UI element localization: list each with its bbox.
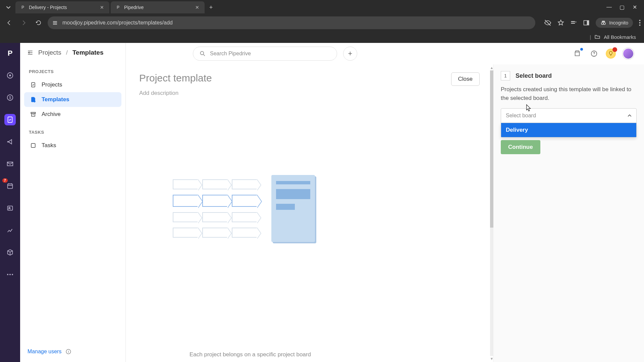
rail-contacts-icon[interactable] [4, 202, 16, 214]
browser-menu-button[interactable] [639, 20, 641, 26]
scroll-up-icon[interactable]: ▲ [490, 66, 494, 70]
tab-close-icon[interactable]: ✕ [99, 5, 105, 10]
help-icon[interactable] [589, 49, 599, 59]
sidebar-item-label: Tasks [42, 142, 56, 149]
sidebar-heading: TASKS [24, 127, 121, 138]
incognito-icon [600, 20, 606, 26]
sidebar-item-projects[interactable]: Projects [24, 77, 121, 92]
description-input[interactable]: Add description [139, 90, 480, 97]
rail-mail-icon[interactable] [4, 158, 16, 170]
sidebar-item-templates[interactable]: Templates [24, 92, 121, 107]
continue-button[interactable]: Continue [501, 140, 540, 154]
scrollbar[interactable]: ▲ ▼ [490, 64, 493, 362]
step-title: Select board [516, 72, 552, 79]
rail-insights-icon[interactable] [4, 225, 16, 236]
scroll-down-icon[interactable]: ▼ [490, 357, 494, 361]
site-settings-icon[interactable] [52, 20, 58, 25]
svg-text:$: $ [9, 96, 11, 100]
step-header: 1 Select board [501, 71, 637, 80]
tab-bar: P Delivery - Projects ✕ P Pipedrive ✕ + … [0, 0, 644, 15]
nav-back-button[interactable] [3, 17, 15, 28]
all-bookmarks-link[interactable]: All Bookmarks [604, 34, 636, 40]
side-panel-icon[interactable] [583, 19, 590, 26]
tab-close-icon[interactable]: ✕ [195, 5, 200, 10]
svg-rect-26 [32, 114, 35, 116]
browser-chrome: P Delivery - Projects ✕ P Pipedrive ✕ + … [0, 0, 644, 43]
illustration-caption: Each project belongs on a specific proje… [190, 351, 311, 358]
rail-activities-icon[interactable]: 7 [4, 180, 16, 192]
page-title[interactable]: Project template [139, 72, 212, 84]
window-minimize-button[interactable]: — [606, 4, 612, 10]
marketplace-icon[interactable] [572, 49, 582, 59]
sidebar-section-projects: PROJECTS Projects Templates Archive [20, 64, 125, 124]
scrollbar-thumb[interactable] [490, 70, 493, 228]
new-tab-button[interactable]: + [206, 2, 216, 12]
browser-tab[interactable]: P Delivery - Projects ✕ [15, 1, 109, 13]
media-controls-icon[interactable] [570, 19, 577, 26]
eye-off-icon[interactable] [544, 19, 551, 26]
nav-forward-button[interactable] [18, 17, 30, 28]
svg-rect-18 [8, 184, 13, 189]
rail-deals-icon[interactable]: $ [4, 92, 16, 103]
topbar-right [572, 48, 634, 59]
board-select[interactable]: Select board [501, 108, 637, 123]
app-topbar: Search Pipedrive + [126, 43, 644, 64]
step-description: Projects created using this template wil… [501, 85, 637, 102]
rail-more-icon[interactable] [4, 269, 16, 280]
sidebar: Projects / Templates PROJECTS Projects T… [20, 43, 126, 362]
bookmark-star-icon[interactable] [557, 19, 564, 26]
sidebar-item-archive[interactable]: Archive [24, 107, 121, 122]
close-button[interactable]: Close [451, 72, 480, 86]
clipboard-check-icon [30, 81, 37, 88]
svg-point-22 [9, 274, 11, 275]
browser-tab[interactable]: P Pipedrive ✕ [111, 1, 205, 13]
sidebar-collapse-icon[interactable] [27, 49, 34, 56]
quick-add-button[interactable]: + [343, 47, 357, 61]
svg-rect-4 [571, 23, 575, 24]
select-placeholder: Select board [506, 113, 536, 119]
svg-point-13 [9, 74, 11, 76]
incognito-indicator[interactable]: Incognito [596, 18, 633, 28]
tab-search-dropdown[interactable] [3, 2, 14, 13]
arrow-right-icon [21, 20, 27, 26]
rail-products-icon[interactable] [4, 247, 16, 258]
window-close-button[interactable]: ✕ [631, 4, 638, 10]
url-bar[interactable]: moodjoy.pipedrive.com/projects/templates… [48, 16, 535, 29]
svg-point-29 [200, 51, 204, 55]
rail-leads-icon[interactable] [4, 70, 16, 81]
search-icon [199, 50, 206, 57]
svg-rect-6 [587, 20, 589, 25]
config-panel: ▲ ▼ 1 Select board Projects created usin… [493, 64, 644, 362]
svg-rect-2 [53, 24, 57, 24]
main-area: Search Pipedrive + [126, 43, 644, 362]
info-icon [65, 349, 71, 355]
sidebar-item-tasks[interactable]: Tasks [24, 138, 121, 153]
incognito-label: Incognito [609, 20, 628, 25]
breadcrumb-root[interactable]: Projects [38, 49, 61, 56]
empty-state-illustration [173, 175, 315, 242]
rail-projects-icon[interactable] [4, 114, 16, 125]
rail-campaigns-icon[interactable] [4, 136, 16, 147]
window-maximize-button[interactable]: ▢ [619, 4, 625, 10]
notification-dot [580, 48, 583, 51]
user-avatar[interactable] [623, 48, 634, 59]
nav-reload-button[interactable] [33, 17, 44, 28]
svg-point-10 [639, 22, 641, 23]
template-icon [30, 96, 37, 103]
tab-title: Pipedrive [124, 5, 191, 10]
dropdown-option-delivery[interactable]: Delivery [501, 123, 636, 137]
breadcrumb: Projects / Templates [20, 49, 125, 64]
content-main: Project template Close Add description [126, 64, 493, 362]
search-input[interactable]: Search Pipedrive [193, 47, 337, 61]
task-icon [30, 142, 37, 149]
tab-title: Delivery - Projects [29, 5, 96, 10]
reload-icon [36, 20, 42, 26]
sidebar-heading: PROJECTS [24, 66, 121, 77]
pipedrive-favicon-icon: P [20, 5, 25, 10]
window-controls: — ▢ ✕ [600, 0, 644, 14]
sales-assistant-icon[interactable] [606, 49, 616, 59]
pipedrive-logo-icon[interactable]: P [4, 48, 16, 59]
manage-users-link[interactable]: Manage users [28, 349, 71, 355]
svg-rect-1 [53, 22, 57, 23]
svg-rect-27 [31, 143, 35, 147]
